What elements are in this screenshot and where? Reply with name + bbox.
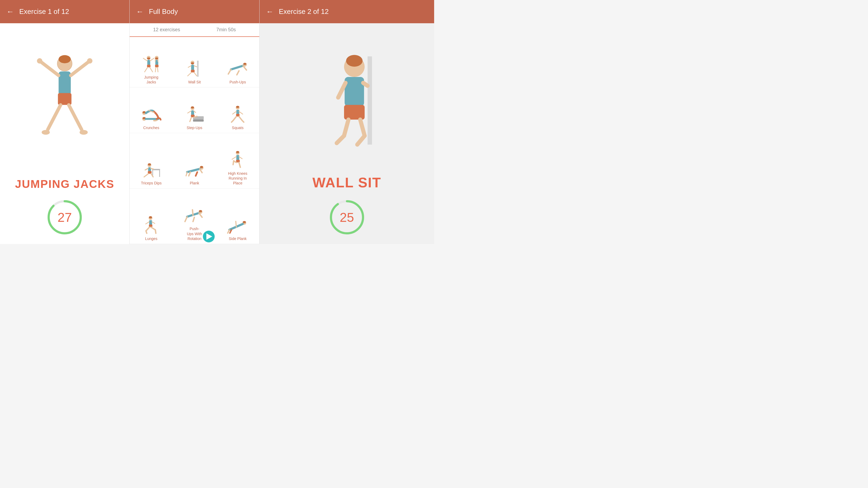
svg-line-43: [237, 71, 239, 75]
plank-icon: [182, 160, 206, 179]
exercise-label-plank: Plank: [190, 181, 199, 186]
lunges-icon: [139, 216, 163, 235]
svg-rect-25: [155, 65, 158, 67]
exercise-cell-push-ups[interactable]: Push-Ups: [216, 37, 259, 87]
center-panel: ← Full Body 12 exercises 7min 50s: [129, 0, 259, 244]
exercise-cell-wall-sit[interactable]: Wall Sit: [173, 37, 216, 87]
svg-rect-30: [197, 61, 198, 77]
svg-point-15: [147, 58, 150, 60]
svg-line-78: [151, 168, 154, 169]
workout-duration: 7min 50s: [216, 27, 236, 33]
exercise-cell-high-knees[interactable]: High KneesRunning InPlace: [216, 133, 259, 188]
svg-line-60: [194, 111, 196, 112]
step-ups-icon: [182, 105, 206, 124]
exercise-label-wall-sit: Wall Sit: [188, 79, 201, 85]
svg-point-62: [236, 106, 239, 108]
svg-line-111: [192, 210, 193, 216]
svg-rect-125: [344, 105, 365, 120]
exercise-cell-lunges[interactable]: Lunges: [130, 189, 173, 244]
right-back-button[interactable]: ←: [266, 7, 274, 16]
svg-line-5: [71, 62, 89, 76]
svg-line-96: [232, 157, 236, 159]
svg-line-42: [228, 69, 231, 74]
svg-line-67: [239, 117, 242, 121]
right-timer-number: 25: [340, 210, 354, 225]
svg-line-58: [190, 117, 191, 122]
center-back-button[interactable]: ←: [136, 7, 144, 16]
svg-point-1: [59, 55, 71, 63]
svg-point-75: [148, 163, 151, 165]
exercise-cell-side-plank[interactable]: Side Plank: [216, 189, 259, 244]
right-exercise-name: WALL SIT: [259, 172, 434, 193]
exercise-cell-triceps-dips[interactable]: Triceps Dips: [130, 133, 173, 188]
exercise-cell-plank[interactable]: Plank: [173, 133, 216, 188]
svg-line-94: [233, 161, 234, 165]
svg-point-90: [236, 151, 239, 153]
exercise-label-step-ups: Step-Ups: [187, 125, 202, 130]
svg-line-107: [152, 222, 155, 223]
svg-rect-100: [149, 220, 152, 225]
right-header: ← Exercise 2 of 12: [259, 0, 434, 23]
svg-line-126: [363, 83, 368, 86]
svg-point-40: [243, 63, 246, 65]
exercises-grid: JumpingJacks Wall Sit: [130, 37, 259, 244]
svg-rect-124: [345, 77, 364, 106]
svg-line-6: [48, 105, 61, 130]
left-header: ← Exercise 1 of 12: [0, 0, 129, 23]
right-timer-circle: 25: [328, 199, 366, 236]
play-button[interactable]: [203, 231, 215, 242]
svg-point-54: [191, 106, 194, 108]
exercise-cell-jumping-jacks[interactable]: JumpingJacks: [130, 37, 173, 87]
svg-line-112: [185, 217, 187, 222]
svg-line-80: [144, 174, 148, 177]
exercise-cell-push-ups-rotation[interactable]: Push-Ups WithRotation: [173, 189, 216, 244]
svg-point-109: [199, 210, 202, 212]
right-header-title: Exercise 2 of 12: [279, 7, 329, 16]
side-plank-icon: [226, 216, 250, 235]
svg-line-69: [232, 111, 236, 114]
svg-line-130: [344, 120, 349, 136]
svg-line-7: [69, 105, 82, 130]
svg-line-79: [145, 168, 148, 170]
exercise-label-lunges: Lunges: [145, 236, 157, 241]
exercise-cell-step-ups[interactable]: Step-Ups: [173, 87, 216, 133]
svg-line-66: [231, 121, 233, 122]
workout-stats: 12 exercises 7min 50s: [130, 23, 259, 37]
crunches-icon: [139, 105, 163, 124]
center-header: ← Full Body: [130, 0, 259, 23]
jumping-jacks-icon: [139, 55, 163, 73]
high-knees-icon: [226, 151, 250, 169]
svg-point-99: [149, 216, 152, 218]
svg-line-29: [157, 67, 158, 72]
exercise-label-side-plank: Side Plank: [229, 236, 247, 241]
svg-rect-121: [368, 56, 372, 144]
svg-point-123: [346, 55, 363, 67]
left-timer-circle: 27: [46, 199, 84, 236]
svg-line-128: [360, 120, 365, 136]
exercise-cell-squats[interactable]: Squats: [216, 87, 259, 133]
svg-line-105: [146, 231, 147, 233]
left-exercise-figure: [0, 23, 129, 175]
svg-line-19: [150, 58, 154, 61]
svg-point-83: [200, 166, 203, 168]
exercise-label-crunches: Crunches: [143, 125, 159, 130]
svg-point-10: [37, 58, 42, 64]
svg-rect-34: [191, 70, 195, 72]
svg-line-95: [239, 162, 240, 167]
svg-line-118: [236, 221, 236, 227]
exercise-cell-crunches[interactable]: Crunches: [130, 87, 173, 133]
svg-line-129: [357, 136, 365, 144]
left-back-button[interactable]: ←: [6, 7, 14, 16]
svg-line-70: [239, 111, 243, 114]
right-timer-container: 25: [259, 193, 434, 244]
svg-line-41: [231, 66, 243, 69]
center-header-title: Full Body: [149, 7, 178, 16]
wall-sit-icon: [182, 59, 206, 78]
svg-line-97: [239, 157, 242, 159]
svg-line-102: [151, 227, 155, 230]
exercise-label-high-knees: High KneesRunning InPlace: [228, 171, 247, 186]
exercise-label-jumping-jacks: JumpingJacks: [144, 75, 158, 85]
svg-line-38: [194, 72, 197, 76]
svg-line-4: [41, 62, 59, 76]
exercise-label-push-ups: Push-Ups: [229, 79, 246, 85]
